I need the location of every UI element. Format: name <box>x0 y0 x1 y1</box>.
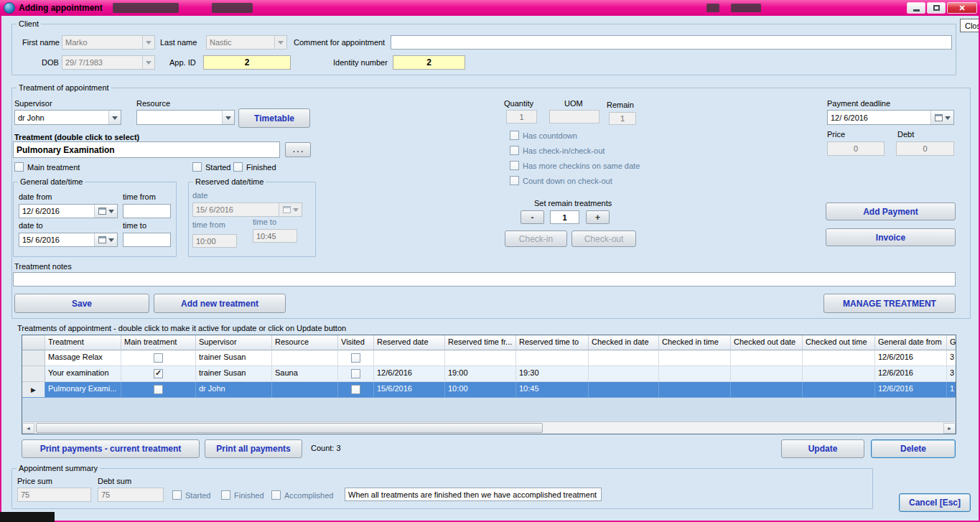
main-treatment-cell-checkbox[interactable] <box>154 353 163 363</box>
treatment-notes-input[interactable] <box>13 272 956 286</box>
app-id-field[interactable]: 2 <box>203 55 291 70</box>
add-payment-button[interactable]: Add Payment <box>826 202 956 220</box>
grid-cell-general-date-from[interactable]: 12/6/2016 <box>875 350 947 366</box>
delete-button[interactable]: Delete <box>871 439 956 458</box>
has-more-checkins-checkbox[interactable] <box>510 161 519 170</box>
check-in-button[interactable]: Check-in <box>505 230 567 247</box>
remain-field[interactable]: 1 <box>609 112 636 125</box>
calendar-icon[interactable] <box>94 205 117 218</box>
grid-cell-treatment[interactable]: Massage Relax <box>45 350 121 366</box>
time-from-input[interactable] <box>123 204 171 218</box>
cancel-button[interactable]: Cancel [Esc] <box>899 493 971 512</box>
grid-cell-reserved-time-from[interactable]: 10:00 <box>445 382 516 398</box>
grid-column-header[interactable]: Checked in time <box>659 335 731 350</box>
reserved-time-from-input[interactable]: 10:00 <box>192 234 237 248</box>
grid-cell-checked-out-time[interactable] <box>803 382 875 398</box>
horizontal-scrollbar[interactable]: ◄ ► <box>22 421 956 434</box>
has-checkin-checkout-checkbox[interactable] <box>510 146 519 155</box>
debt-sum-field[interactable]: 75 <box>98 488 164 502</box>
price-sum-field[interactable]: 75 <box>17 488 91 502</box>
grid-row[interactable]: Massage Relaxtrainer Susan12/6/20163 <box>22 350 956 366</box>
close-icon[interactable] <box>947 2 977 14</box>
grid-cell-checked-out-time[interactable] <box>803 366 875 382</box>
main-treatment-checkbox[interactable] <box>14 162 24 172</box>
grid-cell-checked-in-date[interactable] <box>589 366 659 382</box>
grid-column-header[interactable]: G <box>947 335 956 350</box>
grid-cell-checked-in-time[interactable] <box>659 382 731 398</box>
grid-cell-checked-out-time[interactable] <box>803 350 875 366</box>
check-out-button[interactable]: Check-out <box>571 230 636 247</box>
chevron-down-icon[interactable] <box>108 111 121 124</box>
grid-column-header[interactable]: Treatment <box>45 335 121 350</box>
grid-cell-reserved-date[interactable]: 12/6/2016 <box>374 366 445 382</box>
maximize-icon[interactable] <box>927 2 946 14</box>
grid-cell-reserved-time-from[interactable]: 19:00 <box>445 366 516 382</box>
visited-cell-checkbox[interactable] <box>351 385 360 394</box>
grid-column-header[interactable]: Reserved time fr... <box>445 335 516 350</box>
remain-plus-button[interactable]: + <box>586 210 610 224</box>
quantity-field[interactable]: 1 <box>506 110 537 123</box>
grid-cell-checked-in-time[interactable] <box>659 366 731 382</box>
grid-cell-reserved-date[interactable]: 15/6/2016 <box>374 382 445 398</box>
chevron-down-icon[interactable] <box>142 56 154 69</box>
date-to-picker[interactable]: 15/ 6/2016 <box>19 233 118 247</box>
grid-column-header[interactable]: Main treatment <box>121 335 196 350</box>
grid-cell-clipped[interactable]: 3 <box>947 350 956 366</box>
manage-treatment-button[interactable]: MANAGE TREATMENT <box>823 294 956 313</box>
main-treatment-cell-checkbox[interactable] <box>154 369 163 378</box>
grid-cell-checked-in-time[interactable] <box>659 350 731 366</box>
calendar-icon[interactable] <box>94 233 117 246</box>
row-selector[interactable] <box>22 350 45 366</box>
grid-cell-resource[interactable] <box>272 350 338 366</box>
summary-accomplished-checkbox[interactable] <box>271 490 281 500</box>
reserved-time-to-input[interactable]: 10:45 <box>253 229 297 243</box>
dob-picker[interactable]: 29/ 7/1983 <box>62 55 155 70</box>
grid-cell-visited[interactable] <box>338 366 374 382</box>
treatments-grid[interactable]: TreatmentMain treatmentSupervisorResourc… <box>22 335 956 434</box>
grid-cell-reserved-time-from[interactable] <box>445 350 516 366</box>
grid-cell-reserved-time-to[interactable] <box>516 350 589 366</box>
price-field[interactable]: 0 <box>827 141 885 156</box>
grid-cell-clipped[interactable]: 3 <box>947 366 956 382</box>
grid-column-header[interactable]: Visited <box>338 335 374 350</box>
remain-minus-button[interactable]: - <box>521 210 544 224</box>
summary-started-checkbox[interactable] <box>172 490 182 500</box>
grid-cell-checked-out-date[interactable] <box>731 350 803 366</box>
uom-field[interactable] <box>549 110 599 123</box>
update-button[interactable]: Update <box>781 439 864 458</box>
grid-cell-treatment[interactable]: Pulmonary Exami... <box>45 382 121 398</box>
grid-cell-reserved-date[interactable] <box>374 350 445 366</box>
grid-column-header[interactable]: General date from <box>875 335 947 350</box>
grid-cell-resource[interactable] <box>272 382 338 398</box>
grid-cell-checked-in-date[interactable] <box>589 350 659 366</box>
timetable-button[interactable]: Timetable <box>238 108 310 128</box>
chevron-down-icon[interactable] <box>274 36 286 49</box>
has-countdown-checkbox[interactable] <box>510 131 519 140</box>
grid-cell-main-treatment[interactable] <box>121 366 196 382</box>
visited-cell-checkbox[interactable] <box>351 369 360 378</box>
grid-column-header[interactable]: Checked in date <box>589 335 659 350</box>
treatment-name-input[interactable]: Pulmonary Examination <box>13 141 280 158</box>
grid-cell-visited[interactable] <box>338 382 374 398</box>
grid-cell-reserved-time-to[interactable]: 19:30 <box>516 366 589 382</box>
print-all-payments-button[interactable]: Print all payments <box>205 439 302 458</box>
debt-field[interactable]: 0 <box>896 141 954 156</box>
supervisor-combobox[interactable]: dr John <box>14 110 121 125</box>
started-checkbox[interactable] <box>192 162 202 172</box>
chevron-down-icon[interactable] <box>222 111 234 124</box>
main-treatment-cell-checkbox[interactable] <box>154 385 163 394</box>
time-to-input[interactable] <box>123 233 171 247</box>
grid-cell-checked-out-date[interactable] <box>731 366 803 382</box>
grid-cell-main-treatment[interactable] <box>121 382 196 398</box>
identity-number-field[interactable]: 2 <box>393 55 465 70</box>
reserved-date-picker[interactable]: 15/ 6/2016 <box>192 202 302 217</box>
grid-cell-visited[interactable] <box>338 350 374 366</box>
grid-cell-main-treatment[interactable] <box>121 350 196 366</box>
finished-checkbox[interactable] <box>233 162 243 172</box>
comment-input[interactable] <box>391 35 952 50</box>
grid-row[interactable]: Your examinationtrainer SusanSauna12/6/2… <box>22 366 956 382</box>
grid-column-header[interactable]: Supervisor <box>196 335 272 350</box>
grid-cell-checked-out-date[interactable] <box>731 382 803 398</box>
browse-treatment-button[interactable]: . . . <box>285 142 311 157</box>
close-button[interactable]: Close <box>960 19 980 32</box>
